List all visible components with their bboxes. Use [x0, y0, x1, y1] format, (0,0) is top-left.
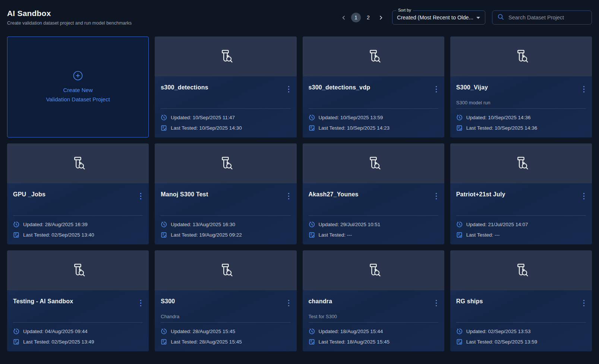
card-last-tested-row: Last Tested: 10/Sep/2025 14:30 — [161, 123, 290, 133]
card-updated-row: Updated: 10/Sep/2025 13:59 — [309, 112, 438, 123]
overflow-menu-icon[interactable] — [287, 84, 291, 94]
project-card[interactable]: S300 Chandra Updated: 28/Aug/2025 15:45 — [155, 250, 296, 351]
card-updated-row: Updated: 02/Sep/2025 13:53 — [456, 326, 586, 336]
card-title: Patriot+21st July — [456, 191, 505, 198]
sort-dropdown[interactable]: Sort by Created (Most Recent to Olde... — [392, 10, 485, 25]
update-clock-icon — [161, 328, 167, 335]
card-meta: Updated: 28/Aug/2025 15:45 Last Tested: … — [161, 322, 290, 351]
overflow-menu-icon[interactable] — [582, 298, 586, 308]
project-card[interactable]: S300_Vijay S300 model run Updated: 10/Se… — [450, 37, 592, 137]
card-updated-row: Updated: 04/Aug/2025 09:44 — [13, 326, 143, 336]
card-title: s300_detections — [161, 84, 208, 91]
project-card[interactable]: Akash27_Younes Updated: 29/Jul/2025 10:5… — [303, 143, 444, 244]
checklist-icon — [161, 339, 167, 345]
card-meta: Updated: 02/Sep/2025 13:53 Last Tested: … — [456, 322, 586, 351]
card-title: Testing - AI Sandbox — [13, 298, 73, 305]
overflow-menu-icon[interactable] — [434, 191, 438, 201]
card-meta: Updated: 10/Sep/2025 14:36 Last Tested: … — [456, 108, 586, 137]
card-title: Akash27_Younes — [309, 191, 359, 198]
card-last-tested-row: Last Tested: --- — [456, 230, 586, 240]
card-updated-text: Updated: 28/Aug/2025 15:45 — [171, 329, 235, 334]
card-last-tested-text: Last Tested: 10/Sep/2025 14:36 — [466, 125, 537, 131]
card-last-tested-text: Last Tested: --- — [466, 232, 500, 238]
overflow-menu-icon[interactable] — [139, 298, 143, 308]
chevron-left-icon[interactable] — [339, 13, 349, 22]
card-thumbnail — [155, 37, 296, 76]
dataset-search-icon — [513, 154, 530, 173]
card-description: S300 model run — [456, 100, 586, 105]
pagination: 1 2 — [339, 13, 385, 22]
update-clock-icon — [13, 328, 19, 335]
search-box[interactable] — [492, 10, 592, 25]
overflow-menu-icon[interactable] — [434, 298, 438, 308]
card-last-tested-row: Last Tested: 19/Aug/2025 09:22 — [161, 230, 290, 240]
card-body: Akash27_Younes Updated: 29/Jul/2025 10:5… — [303, 183, 444, 244]
dataset-search-icon — [69, 261, 86, 280]
card-updated-text: Updated: 18/Aug/2025 15:44 — [319, 329, 383, 334]
page-subtitle: Create validation dataset project and ru… — [7, 20, 132, 26]
project-card[interactable]: chandra Test for S300 Updated: 18/Aug/20… — [303, 250, 444, 351]
overflow-menu-icon[interactable] — [582, 84, 586, 94]
checklist-icon — [309, 339, 315, 345]
checklist-icon — [309, 125, 315, 131]
checklist-icon — [161, 125, 167, 131]
card-last-tested-row: Last Tested: 18/Aug/2025 15:45 — [309, 336, 438, 347]
checklist-icon — [456, 125, 463, 131]
search-input[interactable] — [508, 15, 587, 20]
card-updated-text: Updated: 21/Jul/2025 14:07 — [466, 222, 528, 227]
chevron-right-icon[interactable] — [376, 13, 385, 22]
update-clock-icon — [309, 221, 315, 228]
card-description: Test for S300 — [309, 314, 438, 319]
overflow-menu-icon[interactable] — [139, 191, 143, 201]
card-updated-row: Updated: 10/Sep/2025 11:47 — [161, 112, 290, 123]
card-last-tested-row: Last Tested: 28/Aug/2025 15:45 — [161, 336, 290, 347]
card-meta: Updated: 21/Jul/2025 14:07 Last Tested: … — [456, 215, 586, 244]
card-meta: Updated: 10/Sep/2025 13:59 Last Tested: … — [309, 108, 438, 137]
chevron-down-icon — [476, 14, 480, 21]
card-meta: Updated: 28/Aug/2025 16:39 Last Tested: … — [13, 215, 143, 244]
card-meta: Updated: 29/Jul/2025 10:51 Last Tested: … — [309, 215, 438, 244]
checklist-icon — [456, 232, 463, 238]
card-thumbnail — [450, 143, 592, 183]
card-description: Chandra — [161, 314, 290, 319]
card-title: S300_Vijay — [456, 84, 488, 91]
card-meta: Updated: 10/Sep/2025 11:47 Last Tested: … — [161, 108, 290, 137]
update-clock-icon — [456, 221, 463, 228]
project-card[interactable]: Manoj S300 Test Updated: 13/Aug/2025 16:… — [155, 143, 296, 244]
card-last-tested-text: Last Tested: 10/Sep/2025 14:30 — [171, 125, 242, 131]
project-card[interactable]: RG ships Updated: 02/Sep/2025 13:53 — [450, 250, 592, 351]
card-updated-row: Updated: 28/Aug/2025 15:45 — [161, 326, 290, 336]
overflow-menu-icon[interactable] — [287, 298, 291, 308]
update-clock-icon — [456, 328, 463, 335]
card-updated-row: Updated: 13/Aug/2025 16:30 — [161, 219, 290, 230]
project-card[interactable]: s300_detections Updated: 10/Sep/2025 11:… — [155, 37, 296, 137]
header-controls: 1 2 Sort by Created (Most Recent to Olde… — [339, 10, 592, 25]
project-card[interactable]: s300_detections_vdp Updated: 10/Sep/2025… — [303, 37, 444, 137]
card-meta: Updated: 18/Aug/2025 15:44 Last Tested: … — [309, 322, 438, 351]
pagination-page-1[interactable]: 1 — [351, 13, 361, 22]
project-card[interactable]: Patriot+21st July Updated: 21/Jul/2025 1… — [450, 143, 592, 244]
dataset-search-icon — [365, 261, 382, 280]
update-clock-icon — [161, 114, 167, 121]
card-thumbnail — [303, 143, 444, 183]
overflow-menu-icon[interactable] — [582, 191, 586, 201]
project-card[interactable]: Testing - AI Sandbox Updated: 04/Aug/202… — [7, 250, 149, 351]
card-title: Manoj S300 Test — [161, 191, 208, 198]
pagination-page-2[interactable]: 2 — [363, 13, 373, 22]
card-body: RG ships Updated: 02/Sep/2025 13:53 — [450, 290, 592, 351]
overflow-menu-icon[interactable] — [434, 84, 438, 94]
card-title: s300_detections_vdp — [309, 84, 371, 91]
dataset-search-icon — [217, 47, 234, 66]
checklist-icon — [13, 232, 19, 238]
dataset-search-icon — [513, 261, 530, 280]
update-clock-icon — [161, 221, 167, 228]
card-last-tested-text: Last Tested: 02/Sep/2025 13:40 — [23, 232, 94, 238]
project-card[interactable]: GPU _Jobs Updated: 28/Aug/2025 16:39 — [7, 143, 149, 244]
card-body: s300_detections_vdp Updated: 10/Sep/2025… — [303, 76, 444, 137]
card-body: s300_detections Updated: 10/Sep/2025 11:… — [155, 76, 296, 137]
overflow-menu-icon[interactable] — [287, 191, 291, 201]
create-new-project-card[interactable]: Create New Validation Dataset Project — [7, 37, 149, 137]
card-last-tested-text: Last Tested: --- — [319, 232, 352, 238]
card-last-tested-row: Last Tested: 10/Sep/2025 14:36 — [456, 123, 586, 133]
update-clock-icon — [13, 221, 19, 228]
